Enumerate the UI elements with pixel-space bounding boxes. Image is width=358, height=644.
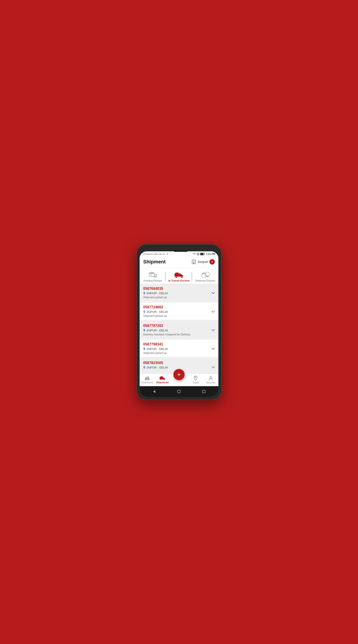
- route-text-3: JAIPUR - DELHI: [143, 329, 168, 332]
- nav-label-dashboard: Dashboard: [141, 381, 153, 384]
- phone-screen: Emergency calls only ψ ▷ ✉ 1:21: [140, 251, 218, 397]
- android-nav-bar: [140, 386, 218, 397]
- building-icon: [191, 260, 196, 264]
- shipment-route-5: JAIPUR - DELHI: [143, 366, 215, 369]
- pin-icon-5: [143, 366, 145, 369]
- nav-label-track: Track: [193, 381, 199, 384]
- pin-icon-4: [143, 348, 145, 350]
- status-bar: Emergency calls only ψ ▷ ✉ 1:21: [140, 251, 218, 257]
- svg-point-28: [144, 348, 145, 348]
- home-circle-icon: [177, 390, 181, 394]
- shipment-item-1[interactable]: 0587684035 JAIPUR - DELHI Shipment picke…: [140, 284, 218, 301]
- shipment-list: 0587684035 JAIPUR - DELHI Shipment picke…: [140, 284, 218, 374]
- chevron-1: [212, 292, 215, 294]
- fab-add-button[interactable]: +: [173, 369, 185, 380]
- svg-rect-39: [160, 376, 163, 378]
- android-recents-button[interactable]: [201, 388, 207, 395]
- svg-point-27: [144, 330, 145, 330]
- svg-rect-7: [193, 262, 193, 262]
- android-home-button[interactable]: [176, 388, 182, 395]
- nav-item-dashboard[interactable]: Dashboard: [140, 376, 155, 384]
- pin-icon-2: [143, 310, 145, 313]
- shipment-number-4: 0587798341: [143, 342, 215, 346]
- svg-rect-43: [202, 390, 205, 393]
- status-right-icons: 1:21 PM: [193, 253, 215, 255]
- sim-icon: [197, 253, 199, 255]
- wifi-icon: [193, 253, 196, 255]
- tab-pending-label: Pending Pickups: [144, 279, 162, 282]
- svg-rect-33: [149, 378, 149, 380]
- svg-rect-9: [193, 263, 194, 264]
- shipment-status-4: Shipment picked up: [143, 352, 215, 355]
- pin-icon-3: [143, 329, 145, 332]
- shipment-status-2: Shipment picked up: [143, 314, 215, 318]
- bottom-nav: Dashboard Shipments +: [140, 374, 218, 386]
- svg-rect-17: [175, 274, 181, 276]
- tab-in-transit[interactable]: In-Transit Dockets: [166, 271, 192, 282]
- nav-item-shipments[interactable]: Shipments: [155, 376, 170, 384]
- svg-rect-22: [175, 272, 179, 274]
- company-badge[interactable]: Sequel ▾: [191, 259, 215, 264]
- pending-pickups-icon: [149, 271, 157, 278]
- shipment-item-3[interactable]: 0587787202 JAIPUR - DELHI Delivery Assis…: [140, 321, 218, 338]
- account-icon: [209, 376, 213, 380]
- in-transit-icon: [174, 271, 184, 278]
- tab-delivered[interactable]: Delivered Dockets: [192, 271, 218, 282]
- route-text-1: JAIPUR - DELHI: [143, 292, 168, 295]
- tab-section: Pending Pickups In-Transit Dockets: [140, 268, 218, 284]
- shipment-route-4: JAIPUR - DELHI: [143, 347, 215, 350]
- phone-speaker: [174, 251, 187, 252]
- app-title: Shipment: [143, 259, 166, 265]
- nav-item-account[interactable]: Account: [203, 376, 218, 384]
- svg-point-26: [144, 311, 145, 312]
- svg-rect-8: [194, 262, 195, 262]
- svg-rect-30: [145, 378, 146, 380]
- chevron-2: [212, 310, 215, 313]
- android-back-button[interactable]: [151, 388, 157, 395]
- route-text-5: JAIPUR - DELHI: [143, 366, 168, 369]
- svg-rect-6: [194, 260, 195, 261]
- svg-rect-32: [148, 376, 149, 380]
- shipment-status-1: Shipment picked up: [143, 296, 215, 299]
- app-header: Shipment Sequel ▾: [140, 257, 218, 268]
- time-text: 1:21 PM: [206, 253, 215, 255]
- delivered-icon: [201, 271, 210, 278]
- company-dropdown[interactable]: ▾: [209, 259, 215, 264]
- tab-delivered-label: Delivered Dockets: [195, 279, 215, 282]
- svg-point-38: [164, 380, 164, 380]
- back-triangle-icon: [152, 390, 156, 394]
- shipment-number-2: 0587724882: [143, 305, 215, 309]
- nav-label-shipments: Shipments: [156, 381, 168, 384]
- svg-rect-1: [198, 254, 198, 254]
- svg-point-29: [144, 366, 145, 367]
- dashboard-icon: [145, 376, 150, 380]
- nav-item-track[interactable]: Track: [188, 376, 203, 384]
- tab-pending-pickups[interactable]: Pending Pickups: [140, 271, 166, 282]
- route-text-4: JAIPUR - DELHI: [143, 347, 168, 350]
- svg-rect-31: [146, 377, 147, 380]
- phone-frame: Emergency calls only ψ ▷ ✉ 1:21: [137, 244, 221, 400]
- svg-rect-34: [160, 377, 164, 380]
- recents-square-icon: [202, 390, 206, 394]
- tab-in-transit-label: In-Transit Dockets: [168, 279, 190, 282]
- svg-point-19: [176, 276, 177, 277]
- shipments-nav-icon: [159, 376, 166, 380]
- svg-rect-3: [200, 253, 204, 255]
- svg-point-40: [195, 377, 196, 378]
- battery-icon: [200, 253, 205, 255]
- pin-icon-1: [143, 292, 145, 295]
- shipment-status-3: Delivery Assistant Assigned for Delivery: [143, 333, 215, 336]
- shipment-item-2[interactable]: 0587724882 JAIPUR - DELHI Shipment picke…: [140, 302, 218, 320]
- shipment-route-3: JAIPUR - DELHI: [143, 329, 215, 332]
- svg-rect-5: [193, 260, 193, 261]
- svg-point-41: [210, 376, 212, 378]
- fab-plus-icon: +: [177, 372, 181, 378]
- shipment-route-1: JAIPUR - DELHI: [143, 292, 215, 295]
- chevron-3: [212, 329, 215, 332]
- dropdown-chevron: ▾: [211, 260, 213, 264]
- chevron-4: [212, 348, 215, 350]
- chevron-5: [212, 366, 215, 368]
- shipment-item-4[interactable]: 0587798341 JAIPUR - DELHI Shipment picke…: [140, 340, 218, 357]
- shipment-number-1: 0587684035: [143, 287, 215, 291]
- company-name: Sequel: [198, 260, 208, 264]
